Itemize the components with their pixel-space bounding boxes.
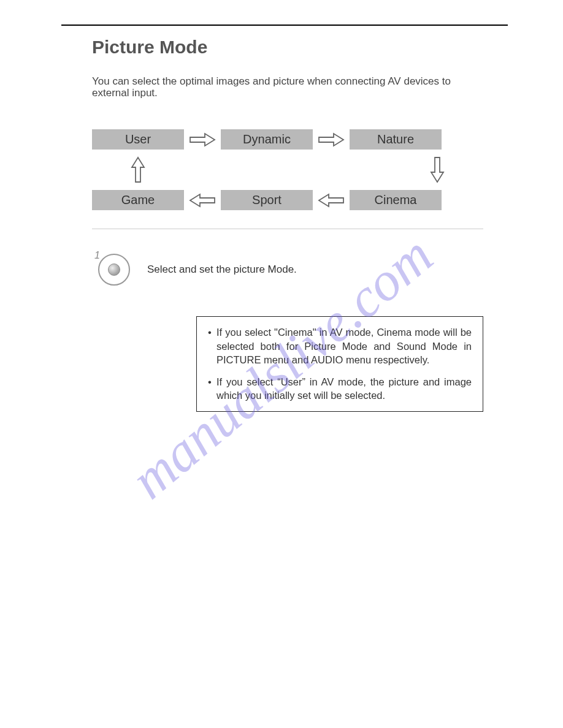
notes-box: If you select "Cinema" in AV mode, Cinem… (196, 316, 483, 411)
note-item: If you select "Cinema" in AV mode, Cinem… (208, 325, 472, 366)
page-content: Picture Mode You can select the optimal … (61, 25, 508, 412)
section-divider (92, 229, 483, 229)
mode-nature: Nature (350, 129, 442, 150)
arrow-right-icon (313, 132, 350, 148)
note-item: If you select “User” in AV mode, the pic… (208, 375, 472, 403)
dial-icon: 1 (98, 254, 130, 286)
diagram-top-row: User Dynamic Nature (92, 129, 483, 150)
mode-game: Game (92, 190, 184, 210)
diagram-vert-row (92, 154, 483, 185)
arrow-right-icon (184, 132, 221, 148)
arrow-down-icon (391, 154, 483, 185)
mode-dynamic: Dynamic (221, 129, 313, 150)
intro-text: You can select the optimal images and pi… (92, 76, 483, 99)
mode-sport: Sport (221, 190, 313, 210)
step-text: Select and set the picture Mode. (147, 264, 297, 276)
step-row: 1 Select and set the picture Mode. (98, 254, 508, 286)
arrow-up-icon (92, 154, 184, 185)
page-title: Picture Mode (92, 37, 508, 58)
mode-user: User (92, 129, 184, 150)
diagram-bottom-row: Game Sport Cinema (92, 190, 483, 210)
arrow-left-icon (313, 192, 350, 208)
mode-cinema: Cinema (350, 190, 442, 210)
arrow-left-icon (184, 192, 221, 208)
step-number: 1 (94, 250, 100, 261)
mode-cycle-diagram: User Dynamic Nature Game (92, 129, 483, 210)
